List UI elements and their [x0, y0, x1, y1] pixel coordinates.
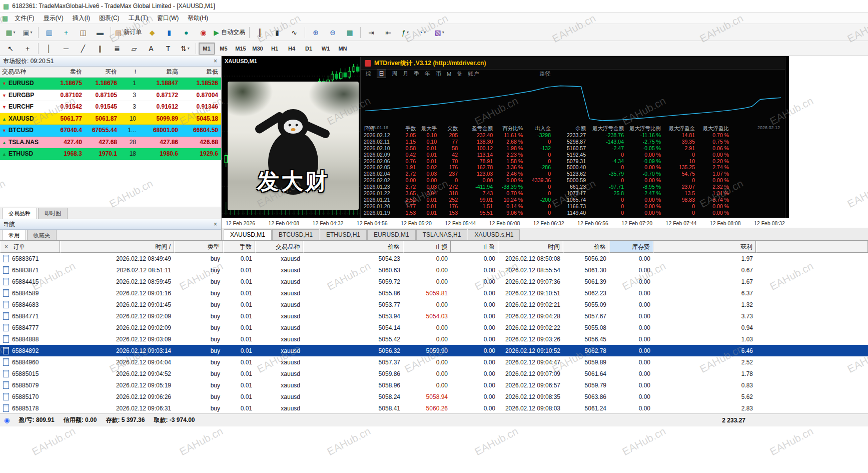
data-window-button[interactable]: +: [58, 26, 75, 40]
price-chart[interactable]: XAUUSD,M1 发大财 MTDr: [222, 56, 789, 218]
orders-col-1[interactable]: 时间 /: [60, 241, 174, 253]
timeframe-W1[interactable]: W1: [318, 43, 334, 55]
timeframe-M1[interactable]: M1: [199, 43, 215, 55]
profiles-button[interactable]: ▣▾: [19, 26, 36, 40]
order-row-65884771[interactable]: 658847712026.02.12 09:02:09buy0.01xauusd…: [0, 310, 868, 322]
mw-col-1[interactable]: 卖价: [47, 68, 84, 76]
mobile-app-button[interactable]: ▮: [161, 26, 178, 40]
timeframe-MN[interactable]: MN: [335, 43, 351, 55]
orders-col-4[interactable]: 交易品种: [255, 241, 303, 253]
order-row-65885079[interactable]: 658850792026.02.12 09:05:19buy0.01xauusd…: [0, 379, 868, 391]
order-row-65884777[interactable]: 658847772026.02.12 09:02:09buy0.01xauusd…: [0, 322, 868, 333]
order-row-65883671[interactable]: 658836712026.02.12 08:49:49buy0.01xauusd…: [0, 253, 868, 264]
stats-menu-季[interactable]: 季: [414, 70, 419, 78]
menu-item-插入I[interactable]: 插入(I): [68, 13, 95, 24]
bars-mode-button[interactable]: ║: [252, 26, 269, 40]
market-row-BTCUSD[interactable]: ▼BTCUSD67040.467055.441...68001.0066604.…: [0, 125, 221, 137]
market-row-XAUUSD[interactable]: ▲XAUUSD5061.775061.87105099.895045.18: [0, 113, 221, 125]
community-button[interactable]: ●: [178, 26, 195, 40]
channel-button[interactable]: ∥: [92, 42, 109, 56]
market-row-ETHUSD[interactable]: ▲ETHUSD1968.31970.1181980.61929.6: [0, 148, 221, 160]
timeframe-H4[interactable]: H4: [284, 43, 300, 55]
orders-col-0[interactable]: ×订单: [0, 241, 60, 253]
chart-tab-XAUUSD.s,H1[interactable]: XAUUSD.s,H1: [468, 229, 520, 240]
text-label-button[interactable]: A: [143, 42, 160, 56]
stats-menu-综[interactable]: 综: [366, 70, 371, 78]
market-watch-tab-交易品种[interactable]: 交易品种: [2, 208, 37, 219]
orders-col-2[interactable]: 类型: [174, 241, 223, 253]
text-mark-button[interactable]: T: [160, 42, 177, 56]
order-row-65883871[interactable]: 658838712026.02.12 08:51:11buy0.01xauusd…: [0, 264, 868, 276]
mw-col-5[interactable]: 最低: [180, 68, 220, 76]
menu-item-显示V[interactable]: 显示(V): [39, 13, 68, 24]
menu-item-帮助H[interactable]: 帮助(H): [183, 13, 213, 24]
zoom-in-button[interactable]: ⊕: [307, 26, 324, 40]
close-icon[interactable]: ×: [4, 243, 9, 250]
navigator-tab-收藏夹[interactable]: 收藏夹: [27, 230, 57, 241]
timeframe-H1[interactable]: H1: [267, 43, 283, 55]
market-row-TSLA.NAS[interactable]: ▲TSLA.NAS427.40427.6828427.86426.68: [0, 137, 221, 149]
timeframe-M5[interactable]: M5: [216, 43, 232, 55]
timeframe-M30[interactable]: M30: [250, 43, 266, 55]
timeframe-D1[interactable]: D1: [301, 43, 317, 55]
line-mode-button[interactable]: ∿: [286, 26, 303, 40]
order-row-65884589[interactable]: 658845892026.02.12 09:01:16buy0.01xauusd…: [0, 287, 868, 299]
shapes-button[interactable]: ▱: [126, 42, 143, 56]
chart-tab-BTCUSD,H1[interactable]: BTCUSD,H1: [272, 229, 319, 240]
market-row-EURCHF[interactable]: ▼EURCHF0.915420.9154530.916120.91346: [0, 101, 221, 113]
chart-tab-EURUSD,M1[interactable]: EURUSD,M1: [367, 229, 416, 240]
menu-item-文件F[interactable]: 文件(F): [10, 13, 39, 24]
cursor-button[interactable]: ↖: [2, 42, 19, 56]
orders-col-6[interactable]: 止损: [403, 241, 451, 253]
orders-col-5[interactable]: 价格: [303, 241, 403, 253]
order-row-65884415[interactable]: 658844152026.02.12 08:59:45buy0.01xauusd…: [0, 276, 868, 287]
timeframe-M15[interactable]: M15: [233, 43, 249, 55]
mw-col-2[interactable]: 买价: [84, 68, 119, 76]
orders-col-7[interactable]: 止盈: [451, 241, 498, 253]
indicators-button[interactable]: ƒ▾: [397, 26, 414, 40]
stats-menu-备[interactable]: 备: [457, 70, 462, 78]
stats-menu-月[interactable]: 月: [403, 70, 408, 78]
menu-item-图表C[interactable]: 图表(C): [95, 13, 124, 24]
candles-mode-button[interactable]: ▮: [269, 26, 286, 40]
order-row-65885015[interactable]: 658850152026.02.12 09:04:52buy0.01xauusd…: [0, 368, 868, 379]
crosshair-button[interactable]: +: [19, 42, 36, 56]
stats-menu-日[interactable]: 日: [377, 70, 386, 78]
metaeditor-button[interactable]: ◆: [144, 26, 161, 40]
market-row-EURUSD[interactable]: ▼EURUSD1.186751.1867611.188471.18526: [0, 78, 221, 90]
orders-col-11[interactable]: 获利: [653, 241, 756, 253]
order-row-65884960[interactable]: 658849602026.02.12 09:04:04buy0.01xauusd…: [0, 356, 868, 368]
periods-button[interactable]: ◔▾: [414, 26, 431, 40]
orders-col-10[interactable]: 库存费: [609, 241, 653, 253]
stats-menu-年[interactable]: 年: [425, 70, 430, 78]
new-order-button[interactable]: ▤新订单: [113, 26, 144, 40]
order-row-65885170[interactable]: 658851702026.02.12 09:06:26buy0.01xauusd…: [0, 391, 868, 402]
orders-col-8[interactable]: 时间: [498, 241, 563, 253]
auto-scroll-button[interactable]: ⇥: [363, 26, 380, 40]
web-terminal-button[interactable]: ◉: [195, 26, 212, 40]
chart-tab-XAUUSD,M1[interactable]: XAUUSD,M1: [224, 229, 272, 240]
order-row-65884683[interactable]: 658846832026.02.12 09:01:45buy0.01xauusd…: [0, 299, 868, 310]
orders-col-3[interactable]: 手数: [223, 241, 255, 253]
tile-windows-button[interactable]: ▦: [341, 26, 358, 40]
zoom-out-button[interactable]: ⊖: [324, 26, 341, 40]
close-icon[interactable]: ×: [213, 221, 218, 228]
terminal-toggle-button[interactable]: ▬: [92, 26, 109, 40]
horizontal-line-button[interactable]: ─: [58, 42, 75, 56]
order-row-65884888[interactable]: 658848882026.02.12 09:03:09buy0.01xauusd…: [0, 333, 868, 345]
chart-tab-TSLA.NAS,H1[interactable]: TSLA.NAS,H1: [416, 229, 468, 240]
menu-item-工具T[interactable]: 工具(T): [124, 13, 153, 24]
templates-button[interactable]: ▧▾: [431, 26, 448, 40]
navigator-toggle-button[interactable]: ◫: [75, 26, 92, 40]
menu-item-窗口W[interactable]: 窗口(W): [153, 13, 183, 24]
stats-menu-币[interactable]: 币: [436, 70, 441, 78]
new-chart-button[interactable]: ▦▾: [2, 26, 19, 40]
vertical-line-button[interactable]: │: [41, 42, 58, 56]
order-row-65885178[interactable]: 658851782026.02.12 09:06:31buy0.01xauusd…: [0, 402, 868, 414]
mw-col-4[interactable]: 最高: [138, 68, 180, 76]
chart-tab-ETHUSD,H1[interactable]: ETHUSD,H1: [320, 229, 367, 240]
stats-menu-周[interactable]: 周: [392, 70, 397, 78]
arrows-button[interactable]: ⇅▾: [177, 42, 194, 56]
orders-col-9[interactable]: 价格: [563, 241, 609, 253]
market-row-EURGBP[interactable]: ▼EURGBP0.871020.8710530.871720.87004: [0, 90, 221, 102]
